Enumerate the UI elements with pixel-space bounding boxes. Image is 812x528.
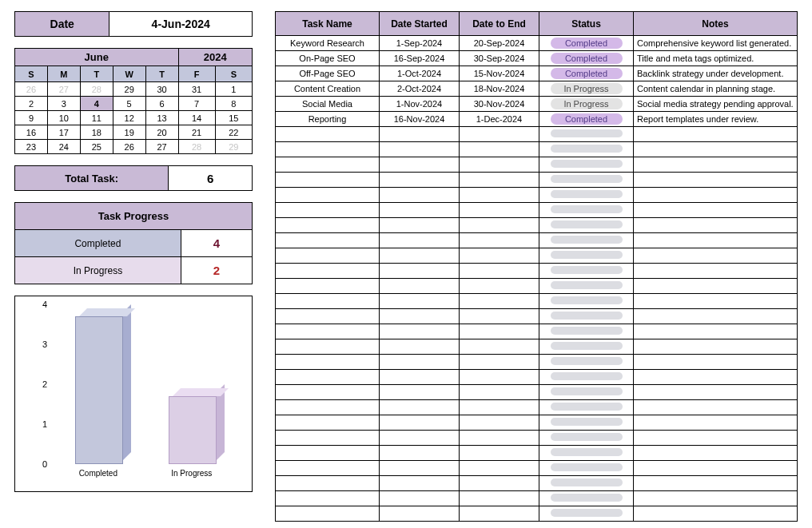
calendar-day[interactable]: 28 [80,82,113,97]
calendar-day[interactable]: 13 [145,111,178,125]
calendar-day[interactable]: 31 [178,82,215,97]
task-row-empty[interactable] [276,415,798,431]
calendar-day[interactable]: 20 [145,125,178,140]
calendar-day[interactable]: 29 [215,140,252,154]
task-row-empty[interactable] [276,173,798,188]
task-row-empty[interactable] [276,431,798,446]
task-cell [634,461,798,476]
task-cell [634,400,798,415]
task-cell [460,294,539,309]
task-row-empty[interactable] [276,264,798,279]
task-cell: Comprehensive keyword list generated. [634,36,798,51]
task-row-empty[interactable] [276,248,798,264]
calendar-day[interactable]: 4 [80,97,113,111]
task-cell [460,355,539,370]
calendar-dow: T [145,66,178,82]
task-row-empty[interactable] [276,400,798,415]
calendar-day[interactable]: 6 [145,97,178,111]
calendar-day[interactable]: 27 [145,140,178,154]
task-cell [380,339,460,355]
task-cell [634,446,798,461]
task-cell: Report templates under review. [634,112,798,127]
calendar-day[interactable]: 7 [178,97,215,111]
task-cell [460,127,539,142]
calendar-day[interactable]: 2 [15,97,48,111]
task-row[interactable]: Keyword Research1-Sep-202420-Sep-2024Com… [276,36,798,51]
status-badge: In Progress [551,83,623,94]
calendar-day[interactable]: 28 [178,140,215,154]
task-row-empty[interactable] [276,446,798,461]
calendar-day[interactable]: 16 [15,125,48,140]
calendar-day[interactable]: 15 [215,111,252,125]
task-row-empty[interactable] [276,218,798,233]
task-row-empty[interactable] [276,324,798,339]
task-row[interactable]: Off-Page SEO1-Oct-202415-Nov-2024Complet… [276,66,798,81]
task-row-empty[interactable] [276,355,798,370]
task-row-empty[interactable] [276,370,798,385]
calendar-day[interactable]: 14 [178,111,215,125]
calendar-day[interactable]: 26 [113,140,145,154]
calendar-day[interactable]: 1 [215,82,252,97]
task-row-empty[interactable] [276,188,798,203]
task-cell [634,339,798,355]
calendar-year: 2024 [178,49,252,66]
task-row[interactable]: Content Creation2-Oct-202418-Nov-2024In … [276,81,798,97]
task-row-empty[interactable] [276,491,798,506]
calendar-day[interactable]: 17 [47,125,80,140]
task-cell [276,400,380,415]
calendar-day[interactable]: 9 [15,111,48,125]
task-row-empty[interactable] [276,506,798,522]
total-task-value: 6 [169,166,252,190]
calendar-day[interactable]: 11 [80,111,113,125]
task-cell [460,233,539,248]
task-cell [539,173,634,188]
task-cell: Keyword Research [276,36,380,51]
calendar-day[interactable]: 10 [47,111,80,125]
calendar-day[interactable]: 21 [178,125,215,140]
calendar-day[interactable]: 8 [215,97,252,111]
task-row-empty[interactable] [276,339,798,355]
date-value: 4-Jun-2024 [109,12,252,36]
calendar-day[interactable]: 23 [15,140,48,154]
task-cell: In Progress [539,97,634,112]
task-row-empty[interactable] [276,157,798,173]
progress-row-label: Completed [15,230,181,257]
task-cell [380,446,460,461]
task-row-empty[interactable] [276,294,798,309]
task-cell [276,142,380,157]
calendar-day[interactable]: 5 [113,97,145,111]
task-cell [380,218,460,233]
calendar-day[interactable]: 25 [80,140,113,154]
task-row-empty[interactable] [276,461,798,476]
task-row[interactable]: Social Media1-Nov-202430-Nov-2024In Prog… [276,97,798,112]
task-cell: Social Media [276,97,380,112]
task-row-empty[interactable] [276,203,798,218]
task-cell: Social media strategy pending approval. [634,97,798,112]
task-cell: On-Page SEO [276,51,380,66]
calendar-day[interactable]: 27 [47,82,80,97]
task-row[interactable]: Reporting16-Nov-20241-Dec-2024CompletedR… [276,112,798,127]
task-cell [539,188,634,203]
calendar-day[interactable]: 22 [215,125,252,140]
task-cell [380,506,460,522]
calendar-day[interactable]: 12 [113,111,145,125]
calendar-day[interactable]: 30 [145,82,178,97]
task-row-empty[interactable] [276,309,798,324]
task-row[interactable]: On-Page SEO16-Sep-202430-Sep-2024Complet… [276,51,798,66]
task-row-empty[interactable] [276,476,798,491]
calendar-day[interactable]: 18 [80,125,113,140]
task-row-empty[interactable] [276,233,798,248]
calendar-day[interactable]: 29 [113,82,145,97]
calendar-day[interactable]: 24 [47,140,80,154]
task-row-empty[interactable] [276,279,798,294]
task-cell [539,218,634,233]
calendar-day[interactable]: 19 [113,125,145,140]
task-row-empty[interactable] [276,127,798,142]
task-cell [380,248,460,264]
task-row-empty[interactable] [276,142,798,157]
task-cell [634,173,798,188]
calendar-day[interactable]: 3 [47,97,80,111]
status-badge: Completed [551,53,623,64]
task-row-empty[interactable] [276,385,798,400]
calendar-day[interactable]: 26 [15,82,48,97]
